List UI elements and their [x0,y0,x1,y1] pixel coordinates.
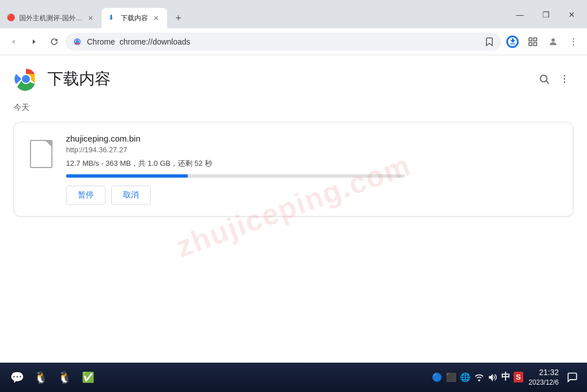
taskbar-check-icon[interactable]: ✅ [78,367,98,387]
cancel-button[interactable]: 取消 [111,186,151,205]
download-status: 12.7 MB/s - 363 MB，共 1.0 GB，还剩 52 秒 [66,158,559,169]
downloads-header: 下载内容 [0,55,587,98]
page-title: 下载内容 [47,68,111,90]
extensions-button[interactable] [524,33,542,51]
volume-icon[interactable] [488,373,498,382]
tab-1[interactable]: 🔴 国外主机测评-国外VPS，国... ✕ [0,8,102,28]
download-indicator-icon [506,36,519,48]
svg-point-2 [76,40,79,43]
chrome-menu-button[interactable] [564,33,582,51]
downloads-menu-button[interactable] [555,70,573,88]
tab1-label: 国外主机测评-国外VPS，国... [19,14,82,23]
progress-bar-fill [66,174,188,178]
chrome-label: Chrome [87,37,115,46]
chrome-favicon [72,37,82,47]
header-actions [535,70,573,88]
nav-bar: Chrome chrome://downloads [0,28,587,55]
page-content: zhujiceping.com 下载内容 今天 [0,55,587,363]
language-icon[interactable]: 中 [501,371,510,383]
download-url: http://194.36.27.27 [66,146,559,154]
taskbar-right: 🔵 ⬛ 🌐 中 S 21:32 2023/12/6 [432,367,580,387]
nav-right-actions [503,33,582,51]
svg-rect-4 [529,38,532,41]
svg-point-9 [573,38,574,39]
svg-point-8 [551,38,555,42]
wifi-icon[interactable] [474,373,484,381]
file-icon [30,140,52,168]
svg-line-16 [546,81,549,84]
svg-point-18 [564,78,566,80]
svg-rect-7 [534,42,537,45]
new-tab-button[interactable]: + [169,9,187,27]
wps-icon[interactable]: S [514,372,523,382]
tab2-label: 下载内容 [121,14,148,23]
window-controls: — ❐ ✕ [507,6,585,24]
svg-point-17 [564,75,566,77]
download-actions: 暂停 取消 [66,186,559,205]
download-filename: zhujiceping.com.bin [66,134,559,143]
svg-point-10 [573,41,574,42]
forward-button[interactable] [25,33,43,51]
taskbar-sys-icons: 🔵 ⬛ 🌐 中 S [432,371,523,383]
bookmark-icon[interactable] [484,37,494,47]
chrome-logo-icon [14,67,38,91]
maximize-button[interactable]: ❐ [533,6,559,24]
minimize-button[interactable]: — [507,6,533,24]
download-card: zhujiceping.com.bin http://194.36.27.27 … [14,122,573,217]
download-status-button[interactable] [503,33,522,51]
notification-icon[interactable] [564,369,580,385]
svg-rect-3 [510,43,515,45]
taskbar: 💬 🐧 🐧 ✅ 🔵 ⬛ 🌐 中 S 21:32 2023/12/6 [0,363,587,392]
file-icon-wrap [28,138,55,170]
tab2-close[interactable]: ✕ [151,14,160,23]
profile-button[interactable] [544,33,562,51]
tab2-favicon: ⬇ [108,14,117,23]
svg-rect-5 [534,38,537,41]
reload-button[interactable] [45,33,63,51]
svg-point-11 [573,44,574,45]
nvidia-icon[interactable]: ⬛ [446,372,457,382]
address-bar[interactable]: Chrome chrome://downloads [65,33,501,51]
taskbar-penguin1-icon[interactable]: 🐧 [30,367,51,387]
svg-point-14 [22,75,30,83]
taskbar-penguin2-icon[interactable]: 🐧 [54,367,75,387]
svg-rect-6 [529,42,532,45]
taskbar-clock[interactable]: 21:32 2023/12/6 [529,367,559,387]
close-button[interactable]: ✕ [559,6,585,24]
search-downloads-button[interactable] [535,70,553,88]
app6-icon[interactable]: 🌐 [460,372,471,382]
taskbar-wechat-icon[interactable]: 💬 [7,367,27,387]
taskbar-date: 2023/12/6 [529,378,559,387]
download-info: zhujiceping.com.bin http://194.36.27.27 … [66,134,559,205]
back-button[interactable] [5,33,23,51]
tab1-favicon: 🔴 [7,14,16,23]
tab-2[interactable]: ⬇ 下载内容 ✕ [102,8,167,28]
svg-point-15 [540,75,547,82]
bluetooth-icon[interactable]: 🔵 [432,372,443,382]
progress-bar-container [66,174,405,178]
section-today: 今天 [0,98,587,117]
url-text: chrome://downloads [120,37,190,46]
tab1-close[interactable]: ✕ [86,14,95,23]
pause-button[interactable]: 暂停 [66,186,106,205]
taskbar-time: 21:32 [529,367,559,378]
title-bar: 🔴 国外主机测评-国外VPS，国... ✕ ⬇ 下载内容 ✕ + — ❐ ✕ [0,0,587,28]
svg-point-19 [564,82,566,83]
